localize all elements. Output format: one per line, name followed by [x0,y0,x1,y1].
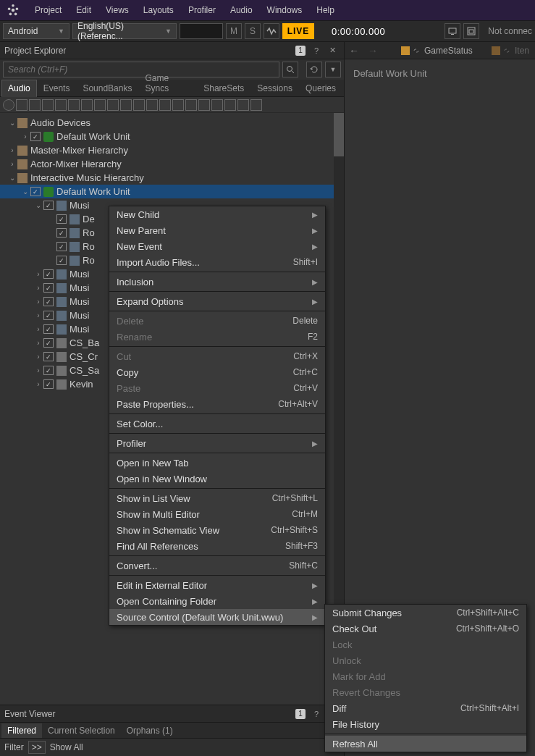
checkbox[interactable] [43,366,54,375]
menu-profiler[interactable]: Profiler [181,2,223,18]
filter-forward-button[interactable]: >> [28,741,46,754]
solo-button[interactable]: S [245,23,261,39]
checkbox[interactable] [56,214,67,224]
tree-row[interactable]: ›Master-Mixer Hierarchy [0,143,344,157]
menu-item[interactable]: Open in New Tab [109,455,325,471]
strip-icon[interactable] [211,99,223,111]
checkbox[interactable] [43,379,54,389]
menu-item[interactable]: New Child▶ [109,206,325,222]
checkbox[interactable] [43,269,54,279]
menu-item[interactable]: DiffCtrl+Shift+Alt+I [325,700,526,716]
strip-icon[interactable] [172,99,184,111]
context-menu-main[interactable]: New Child▶New Parent▶New Event▶Import Au… [109,206,326,626]
chevron-right-icon[interactable]: › [33,298,43,306]
strip-icon[interactable] [133,99,145,111]
menu-audio[interactable]: Audio [223,2,260,18]
menu-item[interactable]: Show in Multi EditorCtrl+M [109,506,325,522]
context-menu-source-control[interactable]: Submit ChangesCtrl+Shift+Alt+CCheck OutC… [324,604,527,752]
menu-item[interactable]: Show in Schematic ViewCtrl+Shift+S [109,522,325,538]
chevron-right-icon[interactable]: › [33,311,43,319]
chevron-right-icon[interactable]: › [20,133,30,140]
tree-row[interactable]: ›Default Work Unit [0,130,344,143]
tab-soundbanks[interactable]: SoundBanks [76,80,138,96]
checkbox[interactable] [43,338,54,348]
dock-icon[interactable] [463,23,479,39]
menu-views[interactable]: Views [98,2,136,18]
help-icon[interactable]: ? [309,44,324,57]
menu-item[interactable]: Source Control (Default Work Unit.wwu)▶ [109,609,325,625]
menu-item[interactable]: New Event▶ [109,238,325,254]
menu-item[interactable]: Check OutCtrl+Shift+Alt+O [325,621,526,637]
chevron-down-icon[interactable]: ⌄ [7,174,17,182]
tree-row[interactable]: ⌄Interactive Music Hierarchy [0,171,344,185]
menu-item[interactable]: Refresh All [325,736,526,752]
menu-item[interactable]: Open in New Window [109,471,325,487]
strip-icon[interactable] [185,99,197,111]
chevron-right-icon[interactable]: › [33,339,43,347]
menu-item[interactable]: Profiler▶ [109,435,325,451]
nav-back-icon[interactable]: ← [347,45,361,56]
checkbox[interactable] [43,324,54,334]
checkbox[interactable] [43,283,54,293]
strip-icon[interactable] [224,99,236,111]
menu-item[interactable]: Show in List ViewCtrl+Shift+L [109,490,325,506]
close-icon[interactable]: ✕ [325,44,340,57]
strip-icon[interactable] [120,99,132,111]
ev-tab[interactable]: Orphans (1) [121,723,179,738]
activity-icon[interactable] [264,23,279,39]
strip-icon[interactable] [29,99,41,111]
chevron-right-icon[interactable]: › [7,146,17,154]
menu-item[interactable]: Set Color... [109,416,325,432]
menu-item[interactable]: Convert...Shift+C [109,558,325,574]
tab-sessions[interactable]: Sessions [250,80,299,96]
chevron-right-icon[interactable]: › [33,353,43,361]
menu-item[interactable]: Inclusion▶ [109,274,325,290]
tab-game-syncs[interactable]: Game Syncs [138,70,197,96]
tab-queries[interactable]: Queries [299,80,342,96]
strip-icon[interactable] [237,99,249,111]
mute-button[interactable]: M [226,23,242,39]
chevron-right-icon[interactable]: › [33,380,43,388]
strip-icon[interactable] [250,99,262,111]
nav-forward-icon[interactable]: → [366,45,379,56]
language-combo[interactable]: English(US) (Referenc...▼ [72,23,177,39]
checkbox[interactable] [56,228,67,238]
live-button[interactable]: LIVE [282,23,314,39]
menu-layouts[interactable]: Layouts [136,2,181,18]
checkbox[interactable] [56,242,67,251]
menu-project[interactable]: Project [28,2,69,18]
menu-item[interactable]: New Parent▶ [109,222,325,238]
checkbox[interactable] [43,311,54,320]
tree-row[interactable]: ›Actor-Mixer Hierarchy [0,157,344,171]
tab-sharesets[interactable]: ShareSets [197,80,250,96]
tree-row[interactable]: ⌄Default Work Unit [0,185,344,198]
menu-help[interactable]: Help [309,2,342,18]
strip-icon[interactable] [94,99,106,111]
right-tab-gamestatus[interactable]: GameStatus [398,44,476,57]
checkbox[interactable] [43,352,54,361]
menu-item[interactable]: Find All ReferencesShift+F3 [109,538,325,554]
menu-item[interactable]: Edit in External Editor▶ [109,577,325,593]
strip-icon[interactable] [198,99,210,111]
menu-item[interactable]: Import Audio Files...Shift+I [109,254,325,270]
tab-events[interactable]: Events [37,80,77,96]
tree-row[interactable]: ⌄Audio Devices [0,116,344,130]
platform-combo[interactable]: Android▼ [3,23,69,39]
chevron-right-icon[interactable]: › [33,270,43,278]
right-tab-item[interactable]: Iten [489,44,532,57]
checkbox[interactable] [43,201,54,210]
chevron-down-icon[interactable]: ⌄ [20,188,30,196]
remote-icon[interactable] [445,23,460,39]
strip-icon[interactable] [146,99,158,111]
strip-icon[interactable] [55,99,67,111]
checkbox[interactable] [30,132,41,141]
tab-audio[interactable]: Audio [1,80,37,97]
caret-down-icon[interactable]: ▼ [325,62,341,77]
strip-icon[interactable] [81,99,93,111]
strip-icon[interactable] [159,99,171,111]
strip-icon[interactable] [107,99,119,111]
ev-tab[interactable]: Filtered [1,723,42,738]
chevron-right-icon[interactable]: › [33,325,43,333]
menu-item[interactable]: Paste Properties...Ctrl+Alt+V [109,396,325,412]
scrollbar-thumb[interactable] [334,113,344,156]
